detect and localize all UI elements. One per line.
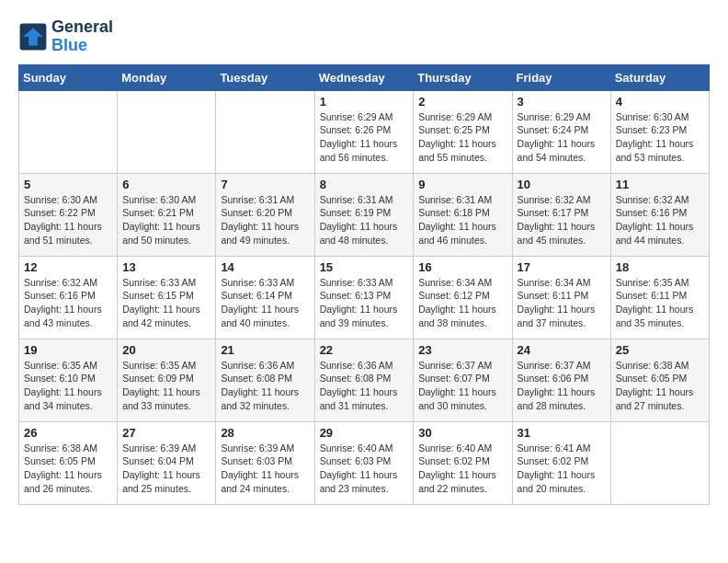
day-number: 20 <box>122 343 210 357</box>
day-info: Sunrise: 6:35 AM Sunset: 6:09 PM Dayligh… <box>122 359 210 413</box>
week-row-4: 19Sunrise: 6:35 AM Sunset: 6:10 PM Dayli… <box>19 339 710 421</box>
day-cell-24: 24Sunrise: 6:37 AM Sunset: 6:06 PM Dayli… <box>512 339 610 421</box>
day-number: 5 <box>24 178 112 191</box>
day-info: Sunrise: 6:34 AM Sunset: 6:11 PM Dayligh… <box>518 276 606 330</box>
day-cell-1: 1Sunrise: 6:29 AM Sunset: 6:26 PM Daylig… <box>314 90 414 173</box>
weekday-header-sunday: Sunday <box>19 64 118 90</box>
day-cell-5: 5Sunrise: 6:30 AM Sunset: 6:22 PM Daylig… <box>19 173 118 256</box>
day-info: Sunrise: 6:34 AM Sunset: 6:12 PM Dayligh… <box>418 276 506 330</box>
day-number: 30 <box>418 426 506 440</box>
empty-cell <box>19 90 118 173</box>
day-info: Sunrise: 6:29 AM Sunset: 6:26 PM Dayligh… <box>320 110 409 165</box>
empty-cell <box>610 421 709 504</box>
day-number: 23 <box>418 343 506 357</box>
day-number: 18 <box>616 260 704 274</box>
day-info: Sunrise: 6:32 AM Sunset: 6:16 PM Dayligh… <box>24 276 112 330</box>
weekday-header-friday: Friday <box>512 64 610 90</box>
empty-cell <box>216 90 314 173</box>
day-info: Sunrise: 6:33 AM Sunset: 6:15 PM Dayligh… <box>122 276 210 330</box>
day-cell-16: 16Sunrise: 6:34 AM Sunset: 6:12 PM Dayli… <box>414 256 512 339</box>
week-row-5: 26Sunrise: 6:38 AM Sunset: 6:05 PM Dayli… <box>19 421 710 504</box>
day-info: Sunrise: 6:30 AM Sunset: 6:22 PM Dayligh… <box>24 193 112 247</box>
day-number: 25 <box>616 343 704 357</box>
day-cell-17: 17Sunrise: 6:34 AM Sunset: 6:11 PM Dayli… <box>512 256 610 339</box>
day-cell-26: 26Sunrise: 6:38 AM Sunset: 6:05 PM Dayli… <box>19 421 118 504</box>
day-number: 24 <box>518 343 606 357</box>
day-info: Sunrise: 6:36 AM Sunset: 6:08 PM Dayligh… <box>221 359 309 413</box>
day-cell-19: 19Sunrise: 6:35 AM Sunset: 6:10 PM Dayli… <box>19 339 118 421</box>
day-cell-11: 11Sunrise: 6:32 AM Sunset: 6:16 PM Dayli… <box>610 173 709 256</box>
day-number: 29 <box>320 426 409 440</box>
day-number: 7 <box>221 178 309 191</box>
day-cell-27: 27Sunrise: 6:39 AM Sunset: 6:04 PM Dayli… <box>118 421 216 504</box>
day-cell-18: 18Sunrise: 6:35 AM Sunset: 6:11 PM Dayli… <box>610 256 709 339</box>
day-cell-12: 12Sunrise: 6:32 AM Sunset: 6:16 PM Dayli… <box>19 256 118 339</box>
weekday-header-wednesday: Wednesday <box>314 64 414 90</box>
day-info: Sunrise: 6:29 AM Sunset: 6:25 PM Dayligh… <box>418 110 506 165</box>
day-cell-30: 30Sunrise: 6:40 AM Sunset: 6:02 PM Dayli… <box>414 421 512 504</box>
weekday-header-thursday: Thursday <box>414 64 512 90</box>
day-number: 21 <box>221 343 309 357</box>
day-cell-3: 3Sunrise: 6:29 AM Sunset: 6:24 PM Daylig… <box>512 90 610 173</box>
logo: General Blue <box>18 18 113 55</box>
day-cell-31: 31Sunrise: 6:41 AM Sunset: 6:02 PM Dayli… <box>512 421 610 504</box>
day-info: Sunrise: 6:35 AM Sunset: 6:11 PM Dayligh… <box>616 276 704 330</box>
day-info: Sunrise: 6:39 AM Sunset: 6:04 PM Dayligh… <box>122 442 210 496</box>
weekday-header-tuesday: Tuesday <box>216 64 314 90</box>
day-info: Sunrise: 6:31 AM Sunset: 6:20 PM Dayligh… <box>221 193 309 247</box>
day-cell-10: 10Sunrise: 6:32 AM Sunset: 6:17 PM Dayli… <box>512 173 610 256</box>
day-info: Sunrise: 6:38 AM Sunset: 6:05 PM Dayligh… <box>616 359 704 413</box>
page-header: General Blue <box>18 18 710 55</box>
day-info: Sunrise: 6:31 AM Sunset: 6:18 PM Dayligh… <box>418 193 506 247</box>
day-cell-29: 29Sunrise: 6:40 AM Sunset: 6:03 PM Dayli… <box>314 421 414 504</box>
day-number: 16 <box>418 260 506 274</box>
weekday-header-monday: Monday <box>118 64 216 90</box>
day-number: 27 <box>122 426 210 440</box>
weekday-header-saturday: Saturday <box>610 64 709 90</box>
logo-text: General Blue <box>51 18 113 55</box>
day-number: 17 <box>518 260 606 274</box>
week-row-2: 5Sunrise: 6:30 AM Sunset: 6:22 PM Daylig… <box>19 173 710 256</box>
day-info: Sunrise: 6:37 AM Sunset: 6:06 PM Dayligh… <box>518 359 606 413</box>
day-info: Sunrise: 6:40 AM Sunset: 6:02 PM Dayligh… <box>418 442 506 496</box>
day-info: Sunrise: 6:30 AM Sunset: 6:21 PM Dayligh… <box>122 193 210 247</box>
day-number: 8 <box>320 178 409 191</box>
day-number: 14 <box>221 260 309 274</box>
day-info: Sunrise: 6:29 AM Sunset: 6:24 PM Dayligh… <box>518 110 606 165</box>
day-number: 10 <box>518 178 606 191</box>
day-number: 19 <box>24 343 112 357</box>
day-number: 15 <box>320 260 409 274</box>
day-number: 31 <box>518 426 606 440</box>
day-info: Sunrise: 6:30 AM Sunset: 6:23 PM Dayligh… <box>616 110 704 165</box>
day-cell-21: 21Sunrise: 6:36 AM Sunset: 6:08 PM Dayli… <box>216 339 314 421</box>
week-row-1: 1Sunrise: 6:29 AM Sunset: 6:26 PM Daylig… <box>19 90 710 173</box>
day-number: 12 <box>24 260 112 274</box>
week-row-3: 12Sunrise: 6:32 AM Sunset: 6:16 PM Dayli… <box>19 256 710 339</box>
day-info: Sunrise: 6:38 AM Sunset: 6:05 PM Dayligh… <box>24 442 112 496</box>
weekday-header-row: SundayMondayTuesdayWednesdayThursdayFrid… <box>19 64 710 90</box>
logo-icon <box>18 22 48 52</box>
day-number: 22 <box>320 343 409 357</box>
day-info: Sunrise: 6:32 AM Sunset: 6:17 PM Dayligh… <box>518 193 606 247</box>
day-number: 28 <box>221 426 309 440</box>
day-number: 3 <box>518 95 606 109</box>
day-cell-22: 22Sunrise: 6:36 AM Sunset: 6:08 PM Dayli… <box>314 339 414 421</box>
day-cell-2: 2Sunrise: 6:29 AM Sunset: 6:25 PM Daylig… <box>414 90 512 173</box>
day-cell-6: 6Sunrise: 6:30 AM Sunset: 6:21 PM Daylig… <box>118 173 216 256</box>
day-cell-13: 13Sunrise: 6:33 AM Sunset: 6:15 PM Dayli… <box>118 256 216 339</box>
day-info: Sunrise: 6:41 AM Sunset: 6:02 PM Dayligh… <box>518 442 606 496</box>
day-info: Sunrise: 6:40 AM Sunset: 6:03 PM Dayligh… <box>320 442 409 496</box>
day-info: Sunrise: 6:33 AM Sunset: 6:13 PM Dayligh… <box>320 276 409 330</box>
day-number: 11 <box>616 178 704 191</box>
day-number: 6 <box>122 178 210 191</box>
empty-cell <box>118 90 216 173</box>
day-cell-4: 4Sunrise: 6:30 AM Sunset: 6:23 PM Daylig… <box>610 90 709 173</box>
day-cell-25: 25Sunrise: 6:38 AM Sunset: 6:05 PM Dayli… <box>610 339 709 421</box>
day-cell-7: 7Sunrise: 6:31 AM Sunset: 6:20 PM Daylig… <box>216 173 314 256</box>
day-cell-15: 15Sunrise: 6:33 AM Sunset: 6:13 PM Dayli… <box>314 256 414 339</box>
calendar: SundayMondayTuesdayWednesdayThursdayFrid… <box>18 64 710 505</box>
day-number: 2 <box>418 95 506 109</box>
day-cell-23: 23Sunrise: 6:37 AM Sunset: 6:07 PM Dayli… <box>414 339 512 421</box>
day-info: Sunrise: 6:32 AM Sunset: 6:16 PM Dayligh… <box>616 193 704 247</box>
day-cell-8: 8Sunrise: 6:31 AM Sunset: 6:19 PM Daylig… <box>314 173 414 256</box>
